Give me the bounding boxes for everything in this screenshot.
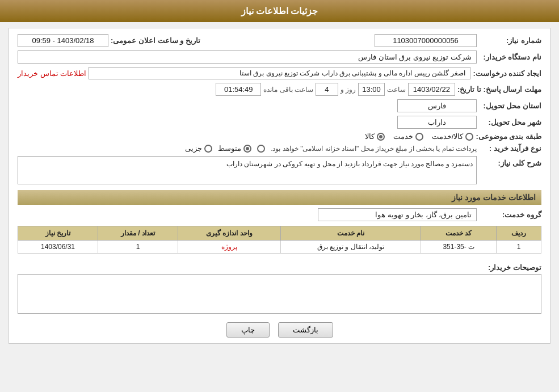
service-group-value: تامین برق، گاز، بخار و تهویه هوا (318, 208, 477, 221)
announce-datetime-value: 1403/02/18 - 09:59 (18, 34, 108, 47)
col-quantity: تعداد / مقدار (98, 226, 178, 241)
buttons-row: بازگشت چاپ (18, 322, 541, 338)
radio-kala (377, 133, 385, 141)
province-row: استان محل تحویل: فارس (18, 99, 541, 112)
radio-khedmat (415, 133, 423, 141)
col-date: تاریخ نیاز (18, 226, 98, 241)
category-option-kala[interactable]: کالا (365, 132, 385, 141)
purchase-option-jozi[interactable]: جزیی (185, 144, 212, 153)
main-content: شماره نیاز: 1103007000000056 تاریخ و ساع… (9, 28, 550, 344)
radio-motevaset (243, 145, 251, 153)
table-header-row: ردیف کد خدمت نام خدمت واحد اندازه گیری ت… (18, 226, 541, 241)
services-section-title: اطلاعات خدمات مورد نیاز (18, 190, 541, 205)
service-group-row: گروه خدمت: تامین برق، گاز، بخار و تهویه … (18, 208, 541, 221)
buyer-desc-textarea[interactable] (18, 274, 541, 314)
print-button[interactable]: چاپ (226, 322, 270, 338)
purchase-option-motevaset[interactable]: متوسط (218, 144, 251, 153)
description-label: شرح کلی نیاز: (479, 159, 541, 167)
radio-kala-khedmat (465, 133, 473, 141)
deadline-days-label: روز و (341, 86, 356, 94)
purchase-type-options: پرداخت تمام یا بخشی از مبلغ خریداز محل "… (185, 144, 477, 153)
remaining-label: ساعت باقی مانده (263, 86, 313, 94)
page-header: جزئیات اطلاعات نیاز (0, 0, 559, 22)
description-value: دستمزد و مصالح مورد نیاز جهت قرارداد باز… (18, 156, 477, 184)
services-table: ردیف کد خدمت نام خدمت واحد اندازه گیری ت… (18, 226, 541, 254)
deadline-date: 1403/02/22 (408, 83, 455, 96)
radio-jozi (204, 145, 212, 153)
radio-esnad (257, 145, 265, 153)
table-row: 1ت -35-351تولید، انتقال و توزیع برقپروژه… (18, 241, 541, 254)
need-number-label: شماره نیاز: (479, 36, 541, 45)
buyer-org-row: نام دستگاه خریدار: شرکت توزیع نیروی برق … (18, 50, 541, 64)
back-button[interactable]: بازگشت (278, 322, 333, 338)
city-row: شهر محل تحویل: داراب (18, 116, 541, 129)
creator-value: اصغر گلشن رییس اداره مالی و پشتیبانی برق… (89, 67, 470, 79)
need-number-row: شماره نیاز: 1103007000000056 تاریخ و ساع… (18, 34, 541, 47)
category-option-khedmat[interactable]: خدمت (393, 132, 423, 141)
category-options: کالا/خدمت خدمت کالا (365, 132, 474, 141)
deadline-time-label: ساعت (387, 86, 406, 94)
page-title: جزئیات اطلاعات نیاز (241, 6, 318, 16)
deadline-time: 13:00 (358, 83, 385, 96)
need-number-value: 1103007000000056 (375, 34, 477, 47)
purchase-option-esnad[interactable] (257, 145, 265, 153)
buyer-desc-row: توصیحات خریدار: (18, 260, 541, 314)
creator-row: ایجاد کننده درخواست: اصغر گلشن رییس ادار… (18, 67, 541, 79)
col-name: نام خدمت (280, 226, 421, 241)
purchase-type-row: نوع فرآیند خرید : پرداخت تمام یا بخشی از… (18, 144, 541, 153)
description-row: شرح کلی نیاز: دستمزد و مصالح مورد نیاز ج… (18, 156, 541, 184)
buyer-org-label: نام دستگاه خریدار: (479, 53, 541, 61)
deadline-label: مهلت ارسال پاسخ: تا تاریخ: (457, 85, 541, 94)
buyer-desc-label: توصیحات خریدار: (479, 263, 541, 272)
deadline-row: مهلت ارسال پاسخ: تا تاریخ: 1403/02/22 سا… (18, 83, 541, 96)
remaining-time: 01:54:49 (216, 83, 261, 96)
service-group-label: گروه خدمت: (479, 210, 541, 219)
purchase-type-label: نوع فرآیند خرید : (479, 144, 541, 153)
province-label: استان محل تحویل: (479, 102, 541, 110)
announce-datetime-label: تاریخ و ساعت اعلان عمومی: (111, 36, 200, 45)
category-option-kala-khedmat[interactable]: کالا/خدمت (432, 132, 474, 141)
deadline-days: 4 (316, 83, 338, 96)
col-unit: واحد اندازه گیری (178, 226, 280, 241)
buyer-org-value: شرکت توزیع نیروی برق استان فارس (18, 50, 477, 64)
province-value: فارس (397, 99, 477, 112)
col-row-num: ردیف (497, 226, 541, 241)
creator-label: ایجاد کننده درخواست: (473, 69, 541, 78)
contact-link[interactable]: اطلاعات تماس خریدار (18, 69, 86, 78)
city-label: شهر محل تحویل: (479, 118, 541, 127)
city-value: داراب (397, 116, 477, 129)
category-label: طبقه بندی موضوعی: (476, 132, 541, 141)
col-code: کد خدمت (421, 226, 497, 241)
category-row: طبقه بندی موضوعی: کالا/خدمت خدمت کالا (18, 132, 541, 141)
